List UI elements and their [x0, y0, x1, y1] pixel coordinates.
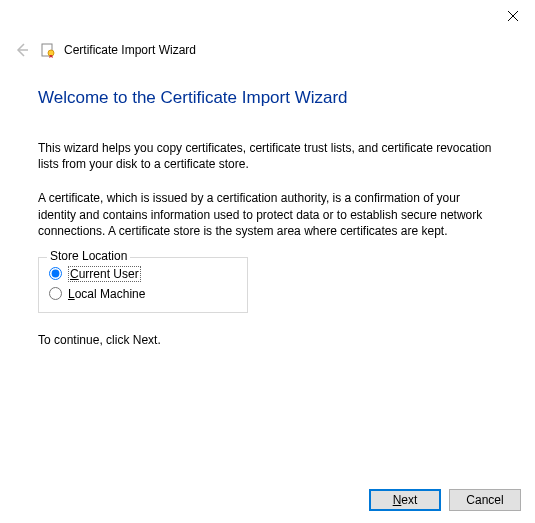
- radio-current-user-label[interactable]: Current User: [68, 267, 141, 281]
- store-location-legend: Store Location: [47, 249, 130, 263]
- close-button[interactable]: [499, 4, 527, 28]
- intro-paragraph-1: This wizard helps you copy certificates,…: [38, 140, 501, 172]
- back-button: [12, 40, 32, 60]
- wizard-header: Certificate Import Wizard: [0, 32, 535, 60]
- radio-current-user[interactable]: [49, 267, 62, 280]
- next-button[interactable]: Next: [369, 489, 441, 511]
- radio-current-user-row[interactable]: Current User: [49, 264, 237, 284]
- store-location-group: Store Location Current User Local Machin…: [38, 257, 248, 313]
- radio-local-machine[interactable]: [49, 287, 62, 300]
- radio-local-machine-row[interactable]: Local Machine: [49, 284, 237, 304]
- back-arrow-icon: [14, 42, 30, 58]
- wizard-content: Welcome to the Certificate Import Wizard…: [0, 60, 535, 347]
- cancel-button[interactable]: Cancel: [449, 489, 521, 511]
- continue-text: To continue, click Next.: [38, 333, 501, 347]
- window-titlebar: [0, 0, 535, 32]
- intro-paragraph-2: A certificate, which is issued by a cert…: [38, 190, 501, 239]
- certificate-icon: [40, 42, 56, 58]
- wizard-footer: Next Cancel: [369, 489, 521, 511]
- page-heading: Welcome to the Certificate Import Wizard: [38, 88, 501, 108]
- close-icon: [508, 11, 518, 21]
- wizard-title: Certificate Import Wizard: [64, 43, 196, 57]
- radio-local-machine-label[interactable]: Local Machine: [68, 287, 145, 301]
